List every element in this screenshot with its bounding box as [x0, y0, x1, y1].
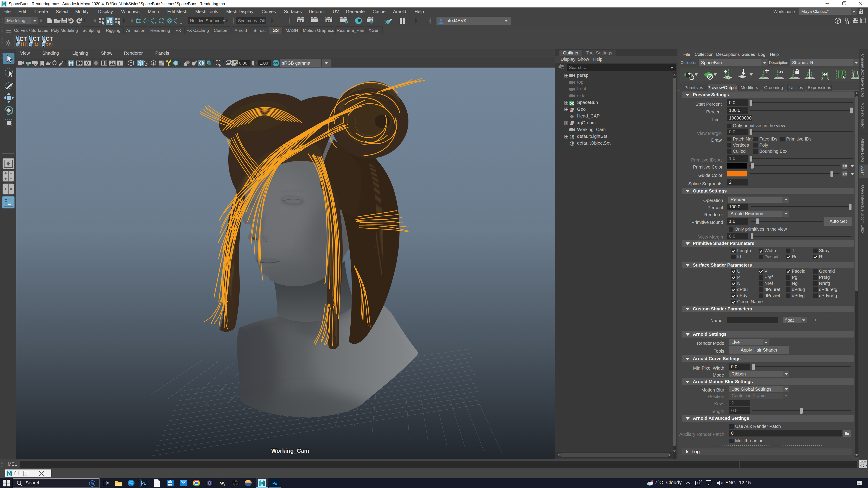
svg-text:CT: CT [33, 36, 40, 42]
svg-text:IPR: IPR [327, 20, 331, 23]
svg-text:CT: CT [46, 36, 53, 42]
svg-text:UI: UI [21, 41, 26, 47]
svg-text:ON: ON [273, 61, 278, 65]
svg-text:PL: PL [141, 482, 146, 485]
svg-text:3: 3 [224, 483, 225, 486]
svg-text:Working_Cam: Working_Cam [271, 448, 309, 454]
svg-text:0.00: 0.00 [239, 61, 247, 66]
svg-text:↻: ↻ [34, 41, 39, 47]
svg-text:Ps: Ps [272, 481, 277, 486]
svg-text:CT: CT [20, 36, 27, 42]
svg-text:sRGB gamma: sRGB gamma [282, 61, 310, 66]
svg-text:1.00: 1.00 [260, 61, 268, 66]
svg-text:{;}: {;} [860, 463, 867, 468]
svg-text:DEL: DEL [45, 42, 54, 47]
svg-text:W: W [220, 481, 224, 486]
svg-text:T: T [119, 61, 121, 66]
